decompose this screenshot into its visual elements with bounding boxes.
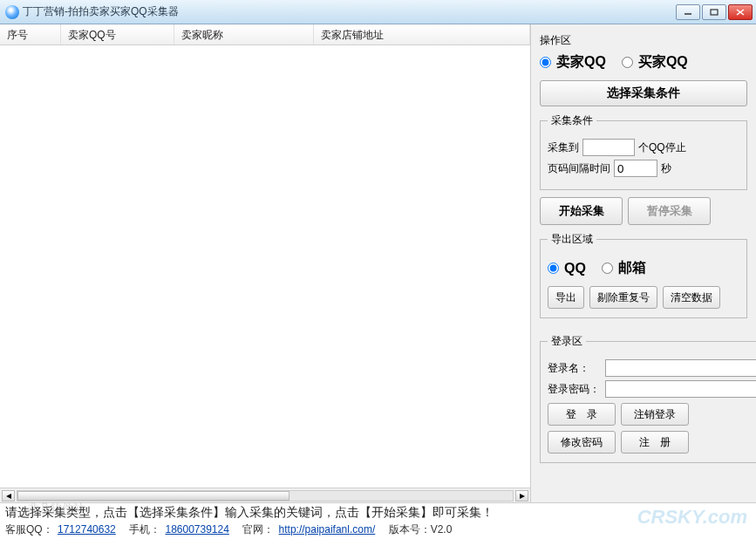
buyer-qq-radio-input[interactable] bbox=[622, 57, 633, 68]
start-collect-button[interactable]: 开始采集 bbox=[540, 197, 623, 225]
export-qq-radio-input[interactable] bbox=[548, 263, 559, 274]
version-label: 版本号：V2.0 bbox=[389, 523, 453, 536]
svg-rect-1 bbox=[711, 10, 718, 15]
dedupe-button[interactable]: 剔除重复号 bbox=[589, 286, 657, 309]
qq-stop-suffix: 个QQ停止 bbox=[638, 140, 686, 155]
collect-condition-fieldset: 采集条件 采集到 个QQ停止 页码间隔时间 秒 bbox=[540, 113, 747, 190]
export-area-fieldset: 导出区域 QQ 邮箱 导出 剔除重复号 清空数据 bbox=[540, 232, 747, 318]
window-title: 丁丁营销-拍拍卖家买家QQ采集器 bbox=[23, 4, 179, 19]
phone-label: 手机： bbox=[129, 523, 160, 536]
interval-input[interactable] bbox=[614, 160, 657, 177]
export-mail-radio[interactable]: 邮箱 bbox=[602, 259, 646, 277]
logout-button[interactable]: 注销登录 bbox=[621, 403, 689, 426]
service-qq-label: 客服QQ： bbox=[5, 523, 53, 536]
export-qq-label: QQ bbox=[564, 261, 586, 276]
collect-to-label: 采集到 bbox=[548, 140, 579, 155]
buyer-qq-label: 买家QQ bbox=[638, 53, 688, 72]
select-condition-button[interactable]: 选择采集条件 bbox=[540, 80, 747, 106]
pause-collect-button[interactable]: 暂停采集 bbox=[628, 197, 711, 225]
table-body[interactable] bbox=[0, 45, 530, 488]
seller-qq-radio[interactable]: 卖家QQ bbox=[540, 53, 606, 72]
site-link[interactable]: http://paipaifanl.com/ bbox=[279, 523, 376, 536]
footer-row: 客服QQ： 1712740632 手机： 18600739124 官网： htt… bbox=[5, 522, 751, 537]
login-pwd-input[interactable] bbox=[605, 380, 756, 398]
horizontal-scrollbar[interactable]: ◂ ▸ bbox=[0, 488, 530, 502]
login-button[interactable]: 登 录 bbox=[548, 403, 616, 426]
export-mail-radio-input[interactable] bbox=[602, 263, 613, 274]
login-name-label: 登录名： bbox=[548, 361, 600, 376]
col-qq[interactable]: 卖家QQ号 bbox=[61, 24, 174, 44]
col-nick[interactable]: 卖家昵称 bbox=[174, 24, 314, 44]
scroll-track[interactable] bbox=[17, 490, 514, 501]
login-area-fieldset: 登录区 登录名： 登录密码： 登 录 注销登录 修改密码 注 册 bbox=[540, 334, 756, 463]
scroll-right-button[interactable]: ▸ bbox=[515, 490, 528, 501]
side-panel: 操作区 卖家QQ 买家QQ 选择采集条件 采集条件 采集到 个QQ停止 页码间隔… bbox=[531, 24, 756, 502]
site-label: 官网： bbox=[242, 523, 274, 536]
login-name-input[interactable] bbox=[605, 359, 756, 377]
export-button[interactable]: 导出 bbox=[548, 286, 584, 309]
collect-to-input[interactable] bbox=[582, 139, 635, 156]
export-area-legend: 导出区域 bbox=[548, 232, 596, 247]
seller-qq-radio-input[interactable] bbox=[540, 57, 551, 68]
export-qq-radio[interactable]: QQ bbox=[548, 261, 586, 276]
close-button[interactable] bbox=[728, 4, 753, 20]
register-button[interactable]: 注 册 bbox=[621, 431, 689, 454]
table-header: 序号 卖家QQ号 卖家昵称 卖家店铺地址 bbox=[0, 24, 530, 45]
interval-label: 页码间隔时间 bbox=[548, 161, 610, 176]
service-qq-link[interactable]: 1712740632 bbox=[58, 523, 116, 536]
app-icon bbox=[5, 5, 19, 19]
export-mail-label: 邮箱 bbox=[618, 259, 646, 277]
seller-qq-label: 卖家QQ bbox=[556, 53, 606, 72]
phone-link[interactable]: 18600739124 bbox=[165, 523, 228, 536]
col-index[interactable]: 序号 bbox=[0, 24, 61, 44]
change-password-button[interactable]: 修改密码 bbox=[548, 431, 616, 454]
title-bar: 丁丁营销-拍拍卖家买家QQ采集器 bbox=[0, 0, 756, 24]
login-pwd-label: 登录密码： bbox=[548, 382, 600, 397]
scroll-left-button[interactable]: ◂ bbox=[2, 490, 15, 501]
instruction-text: 请选择采集类型，点击【选择采集条件】输入采集的关键词，点击【开始采集】即可采集！ bbox=[5, 505, 751, 521]
collect-condition-legend: 采集条件 bbox=[548, 113, 596, 128]
maximize-button[interactable] bbox=[702, 4, 726, 20]
buyer-qq-radio[interactable]: 买家QQ bbox=[622, 53, 688, 72]
scroll-thumb[interactable] bbox=[17, 491, 289, 501]
results-table-pane: 序号 卖家QQ号 卖家昵称 卖家店铺地址 ◂ ▸ bbox=[0, 24, 531, 502]
minimize-button[interactable] bbox=[676, 4, 700, 20]
operate-area-title: 操作区 bbox=[540, 33, 747, 48]
interval-suffix: 秒 bbox=[661, 161, 671, 176]
login-area-legend: 登录区 bbox=[548, 334, 586, 349]
bottom-bar: 请选择采集类型，点击【选择采集条件】输入采集的关键词，点击【开始采集】即可采集！… bbox=[0, 502, 756, 539]
col-shop[interactable]: 卖家店铺地址 bbox=[314, 24, 530, 44]
clear-data-button[interactable]: 清空数据 bbox=[663, 286, 720, 309]
